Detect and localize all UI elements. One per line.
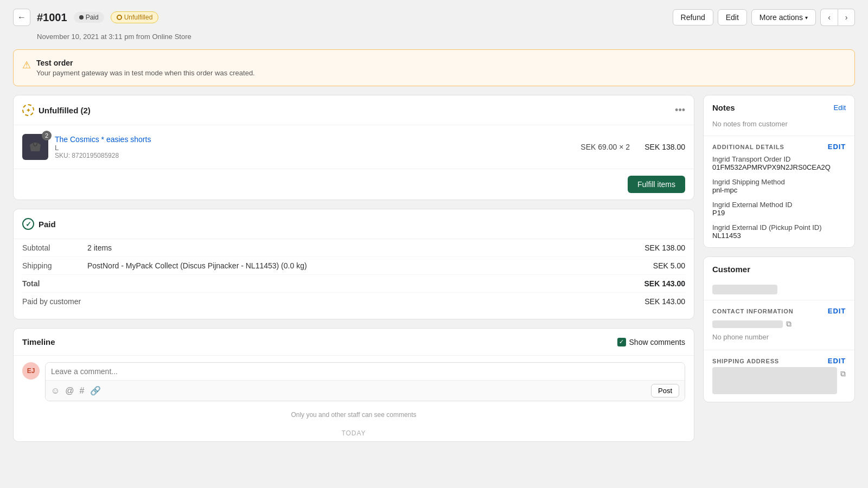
product-image-wrap: 2: [22, 134, 48, 160]
shipping-method-value: pnl-mpc: [712, 186, 846, 194]
customer-name-blurred: [712, 285, 777, 294]
shipping-edit-link[interactable]: Edit: [828, 357, 846, 365]
prev-order-button[interactable]: ‹: [820, 9, 838, 26]
transport-id-label: Ingrid Transport Order ID: [712, 155, 846, 163]
timeline-title: Timeline: [22, 337, 55, 346]
ext-id-value: NL11453: [712, 232, 846, 240]
main-layout: ✦ Unfulfilled (2) •••: [13, 95, 855, 451]
alert-content: Test order Your payment gateway was in t…: [36, 59, 255, 77]
post-button[interactable]: Post: [651, 384, 679, 397]
subtotal-value: SEK 138.00: [636, 243, 685, 252]
unfulfilled-ring: [117, 15, 122, 20]
user-avatar: EJ: [22, 362, 40, 380]
comment-area: EJ ☺ @ # 🔗 Post: [14, 356, 694, 408]
shipping-address-label: SHIPPING ADDRESS Edit: [704, 350, 854, 367]
more-actions-button[interactable]: More actions ▾: [751, 9, 816, 25]
product-sku: SKU: 8720195085928: [55, 152, 558, 159]
copy-email-icon[interactable]: ⧉: [786, 319, 792, 329]
product-name-link[interactable]: The Cosmics * easies shorts: [55, 135, 151, 144]
comment-toolbar: ☺ @ # 🔗 Post: [46, 380, 685, 401]
subtotal-row: Subtotal 2 items SEK 138.00: [22, 239, 685, 257]
order-number: #1001: [37, 11, 67, 24]
next-order-button[interactable]: ›: [838, 9, 855, 26]
fulfill-btn-row: Fulfill items: [14, 169, 694, 200]
more-options-icon[interactable]: •••: [675, 105, 685, 115]
payment-card-header: ✓ Paid: [14, 209, 694, 239]
paid-value: SEK 143.00: [636, 297, 685, 306]
payment-card-title: ✓ Paid: [22, 218, 56, 230]
total-value: SEK 143.00: [636, 279, 685, 288]
notes-card-header: Notes Edit: [704, 95, 854, 120]
product-variant: L: [55, 144, 558, 152]
alert-message: Your payment gateway was in test mode wh…: [36, 69, 255, 77]
subtotal-label: Subtotal: [22, 243, 87, 252]
timeline-card: Timeline Show comments EJ ☺ @ #: [13, 328, 694, 442]
transport-id-value: 01FM532APMRVPX9N2JRS0CEA2Q: [712, 163, 846, 171]
no-phone-row: No phone number: [704, 331, 854, 345]
customer-title: Customer: [712, 265, 750, 274]
shipping-method-label: Ingrid Shipping Method: [712, 178, 846, 186]
additional-details-label: ADDITIONAL DETAILS Edit: [704, 136, 854, 153]
left-column: ✦ Unfulfilled (2) •••: [13, 95, 694, 451]
unfulfilled-status-icon: ✦: [22, 104, 34, 116]
edit-button[interactable]: Edit: [718, 9, 747, 25]
ext-method-value: P19: [712, 209, 846, 217]
paid-status-icon: ✓: [22, 218, 34, 230]
unfulfilled-badge: Unfulfilled: [111, 11, 159, 23]
paid-dot: [79, 15, 84, 20]
comment-note: Only you and other staff can see comment…: [14, 408, 694, 425]
fulfill-items-button[interactable]: Fulfill items: [628, 176, 685, 193]
total-label: Total: [22, 279, 87, 288]
product-unit-price: SEK 69.00 × 2: [565, 143, 630, 151]
contact-edit-link[interactable]: Edit: [828, 307, 846, 315]
additional-details-edit-link[interactable]: Edit: [828, 143, 846, 151]
shipping-label: Shipping: [22, 261, 87, 270]
shipping-address-blurred: [712, 367, 837, 394]
show-comments-toggle[interactable]: Show comments: [617, 338, 685, 346]
comment-input-wrap: ☺ @ # 🔗 Post: [45, 362, 685, 401]
shipping-method-row: Ingrid Shipping Method pnl-mpc: [704, 176, 854, 198]
no-phone-text: No phone number: [712, 333, 846, 341]
copy-address-icon[interactable]: ⧉: [840, 369, 846, 378]
paid-row: Paid by customer SEK 143.00: [22, 293, 685, 310]
alert-title: Test order: [36, 59, 255, 67]
comment-input[interactable]: [46, 363, 685, 380]
chevron-down-icon: ▾: [805, 15, 808, 21]
payment-card: ✓ Paid Subtotal 2 items SEK 138.00 Shipp…: [13, 209, 694, 319]
emoji-icon[interactable]: ☺: [51, 386, 60, 396]
show-comments-checkbox[interactable]: [617, 338, 626, 346]
shipping-desc: PostNord - MyPack Collect (Discus Pijnac…: [87, 261, 636, 270]
contact-info-label: CONTACT INFORMATION Edit: [704, 300, 854, 317]
transport-id-row: Ingrid Transport Order ID 01FM532APMRVPX…: [704, 153, 854, 176]
payment-summary: Subtotal 2 items SEK 138.00 Shipping Pos…: [14, 239, 694, 319]
notes-body: No notes from customer: [704, 120, 854, 136]
contact-email-row: ⧉: [704, 317, 854, 331]
contact-email-blurred: [712, 320, 783, 328]
product-total-price: SEK 138.00: [636, 143, 685, 151]
notes-card: Notes Edit No notes from customer ADDITI…: [703, 95, 855, 248]
total-row: Total SEK 143.00: [22, 275, 685, 293]
refund-button[interactable]: Refund: [673, 9, 713, 25]
hashtag-icon[interactable]: #: [80, 386, 85, 396]
customer-card-header: Customer: [704, 257, 854, 281]
mention-icon[interactable]: @: [65, 386, 74, 396]
customer-card: Customer CONTACT INFORMATION Edit ⧉ No p…: [703, 256, 855, 402]
attachment-icon[interactable]: 🔗: [90, 386, 101, 396]
shipping-row: Shipping PostNord - MyPack Collect (Disc…: [22, 257, 685, 275]
ext-method-row: Ingrid External Method ID P19: [704, 198, 854, 221]
ext-id-row: Ingrid External ID (Pickup Point ID) NL1…: [704, 221, 854, 247]
header-actions: Refund Edit More actions ▾ ‹ ›: [673, 9, 855, 26]
show-comments-label: Show comments: [629, 338, 685, 346]
ext-method-label: Ingrid External Method ID: [712, 201, 846, 209]
unfulfilled-card: ✦ Unfulfilled (2) •••: [13, 95, 694, 200]
product-quantity-badge: 2: [42, 131, 52, 140]
unfulfilled-card-title: ✦ Unfulfilled (2): [22, 104, 91, 116]
back-button[interactable]: ←: [13, 9, 30, 26]
notes-title: Notes: [712, 103, 735, 112]
nav-arrows: ‹ ›: [820, 9, 855, 26]
subtotal-desc: 2 items: [87, 243, 636, 252]
notes-edit-link[interactable]: Edit: [834, 104, 846, 112]
today-label: TODAY: [14, 425, 694, 441]
right-column: Notes Edit No notes from customer ADDITI…: [703, 95, 855, 451]
test-order-alert: ⚠ Test order Your payment gateway was in…: [13, 49, 855, 86]
